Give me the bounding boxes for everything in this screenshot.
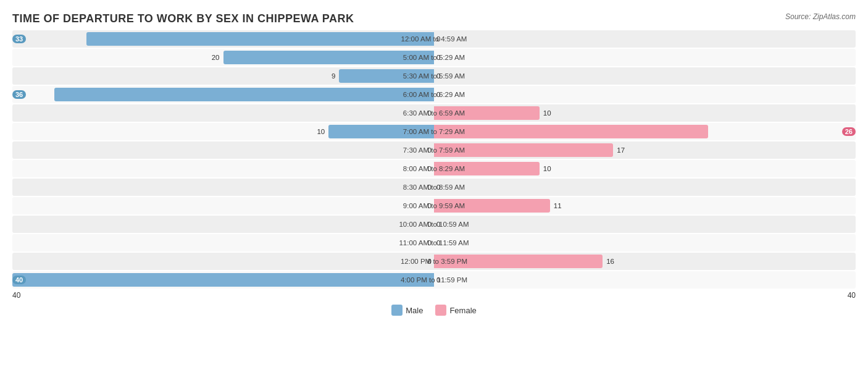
male-bar — [12, 273, 434, 287]
table-row: 0 7:30 AM to 7:59 AM 17 — [12, 141, 856, 159]
male-zero: 0 — [428, 146, 432, 154]
female-bar — [434, 143, 613, 157]
table-row: 36 6:00 AM to 6:29 AM 0 — [12, 86, 856, 103]
female-bar — [434, 255, 603, 268]
table-row: 0 12:00 PM to 3:59 PM 16 — [12, 253, 856, 270]
male-value: 10 — [317, 128, 325, 135]
chart-area: 33 12:00 AM to 4:59 AM 0 — [12, 30, 856, 289]
female-value: 10 — [543, 109, 551, 117]
legend-female-color — [435, 305, 446, 316]
table-row: 40 4:00 PM to 11:59 PM 0 — [12, 271, 856, 289]
female-zero: 0 — [436, 239, 440, 247]
female-bar — [434, 162, 540, 175]
male-value: 20 — [212, 54, 220, 61]
female-value: 16 — [606, 258, 614, 265]
male-zero: 0 — [428, 184, 432, 191]
female-badge: 26 — [842, 127, 856, 136]
female-bar — [434, 199, 550, 213]
female-zero: 0 — [436, 276, 440, 284]
male-bar — [86, 32, 434, 46]
table-row: 33 12:00 AM to 4:59 AM 0 — [12, 30, 856, 48]
legend-female-label: Female — [449, 306, 476, 315]
table-row: 0 8:00 AM to 8:29 AM 10 — [12, 160, 856, 177]
table-row: 20 5:00 AM to 5:29 AM 0 — [12, 49, 856, 66]
table-row: 0 8:30 AM to 8:59 AM 0 — [12, 179, 856, 196]
male-zero: 0 — [428, 258, 432, 265]
male-bar — [328, 125, 434, 138]
male-value: 9 — [332, 72, 335, 80]
chart-container: TIME OF DEPARTURE TO WORK BY SEX IN CHIP… — [0, 0, 868, 367]
male-bar — [54, 88, 434, 101]
legend-female: Female — [435, 305, 476, 316]
table-row: 10 7:00 AM to 7:29 AM 26 — [12, 123, 856, 140]
female-bar — [434, 125, 708, 138]
legend: Male Female — [12, 305, 856, 316]
table-row: 9 5:30 AM to 5:59 AM 0 — [12, 67, 856, 85]
male-zero: 0 — [428, 239, 432, 247]
axis-labels: 40 40 — [12, 291, 856, 300]
legend-male-label: Male — [406, 306, 423, 315]
male-zero: 0 — [428, 221, 432, 228]
table-row: 0 10:00 AM to 10:59 AM 0 — [12, 216, 856, 233]
female-zero: 0 — [436, 35, 440, 43]
female-value: 10 — [543, 165, 551, 172]
male-badge: 36 — [12, 90, 26, 99]
axis-left: 40 — [12, 291, 20, 300]
table-row: 0 9:00 AM to 9:59 AM 11 — [12, 197, 856, 214]
female-value: 11 — [554, 202, 562, 209]
axis-right: 40 — [848, 291, 856, 300]
female-zero: 0 — [436, 72, 440, 80]
male-bar — [339, 69, 434, 83]
male-zero: 0 — [428, 109, 432, 117]
legend-male: Male — [391, 305, 423, 316]
male-badge: 33 — [12, 35, 26, 43]
female-zero: 0 — [436, 91, 440, 98]
chart-title: TIME OF DEPARTURE TO WORK BY SEX IN CHIP… — [12, 12, 856, 25]
female-zero: 0 — [436, 54, 440, 61]
legend-male-color — [391, 305, 403, 316]
chart-source: Source: ZipAtlas.com — [785, 12, 856, 21]
male-zero: 0 — [428, 202, 432, 209]
table-row: 0 11:00 AM to 11:59 AM 0 — [12, 234, 856, 251]
male-badge: 40 — [12, 276, 26, 284]
male-bar — [223, 51, 435, 64]
female-value: 17 — [617, 146, 625, 154]
male-zero: 0 — [428, 165, 432, 172]
female-zero: 0 — [436, 184, 440, 191]
table-row: 0 6:30 AM to 6:59 AM 10 — [12, 104, 856, 122]
female-bar — [434, 106, 540, 120]
female-zero: 0 — [436, 221, 440, 228]
